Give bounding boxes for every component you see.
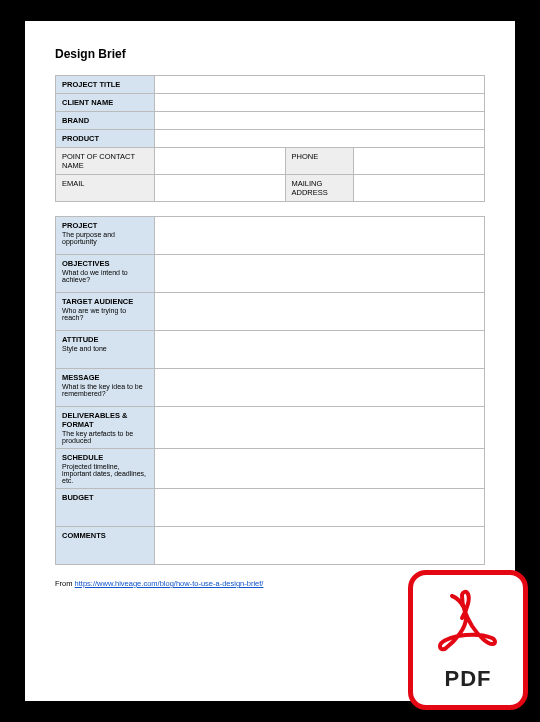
table-row: ATTITUDE Style and tone — [56, 331, 485, 369]
table-row: SCHEDULE Projected timeline, important d… — [56, 449, 485, 489]
label-project-title: PROJECT TITLE — [56, 76, 155, 94]
pdf-icon — [438, 588, 498, 660]
value-project-title — [154, 76, 484, 94]
value-comments — [154, 527, 484, 565]
pdf-label: PDF — [445, 666, 492, 692]
value-attitude — [154, 331, 484, 369]
value-message — [154, 369, 484, 407]
table-row: BUDGET — [56, 489, 485, 527]
table-row: DELIVERABLES & FORMAT The key artefacts … — [56, 407, 485, 449]
label-text: OBJECTIVES — [62, 259, 110, 268]
value-budget — [154, 489, 484, 527]
label-text: BUDGET — [62, 493, 94, 502]
label-audience: TARGET AUDIENCE Who are we trying to rea… — [56, 293, 155, 331]
label-text: PROJECT — [62, 221, 97, 230]
footer-prefix: From — [55, 579, 75, 588]
label-comments: COMMENTS — [56, 527, 155, 565]
value-phone — [354, 148, 485, 175]
label-sub: The key artefacts to be produced — [62, 430, 148, 444]
label-phone: PHONE — [285, 148, 354, 175]
table-row: PROJECT The purpose and opportunity — [56, 217, 485, 255]
table-row: COMMENTS — [56, 527, 485, 565]
table-row: TARGET AUDIENCE Who are we trying to rea… — [56, 293, 485, 331]
value-email — [154, 175, 285, 202]
pdf-badge: PDF — [408, 570, 528, 710]
value-schedule — [154, 449, 484, 489]
value-product — [154, 130, 484, 148]
label-sub: Style and tone — [62, 345, 148, 352]
label-email: EMAIL — [56, 175, 155, 202]
label-deliverables: DELIVERABLES & FORMAT The key artefacts … — [56, 407, 155, 449]
table-row: BRAND — [56, 112, 485, 130]
label-budget: BUDGET — [56, 489, 155, 527]
value-poc — [154, 148, 285, 175]
label-message: MESSAGE What is the key idea to be remem… — [56, 369, 155, 407]
label-text: MESSAGE — [62, 373, 100, 382]
label-sub: What do we intend to achieve? — [62, 269, 148, 283]
table-row: POINT OF CONTACT NAME PHONE — [56, 148, 485, 175]
label-text: DELIVERABLES & FORMAT — [62, 411, 127, 429]
value-mailing — [354, 175, 485, 202]
table-row: PRODUCT — [56, 130, 485, 148]
value-client-name — [154, 94, 484, 112]
label-objectives: OBJECTIVES What do we intend to achieve? — [56, 255, 155, 293]
label-sub: The purpose and opportunity — [62, 231, 148, 245]
header-table: PROJECT TITLE CLIENT NAME BRAND PRODUCT … — [55, 75, 485, 202]
value-objectives — [154, 255, 484, 293]
value-audience — [154, 293, 484, 331]
table-row: MESSAGE What is the key idea to be remem… — [56, 369, 485, 407]
label-text: SCHEDULE — [62, 453, 103, 462]
label-text: TARGET AUDIENCE — [62, 297, 133, 306]
page-title: Design Brief — [55, 47, 485, 61]
value-deliverables — [154, 407, 484, 449]
table-row: PROJECT TITLE — [56, 76, 485, 94]
label-sub: Who are we trying to reach? — [62, 307, 148, 321]
label-client-name: CLIENT NAME — [56, 94, 155, 112]
table-row: CLIENT NAME — [56, 94, 485, 112]
value-brand — [154, 112, 484, 130]
footer-link[interactable]: https://www.hiveage.com/blog/how-to-use-… — [75, 579, 264, 588]
label-sub: What is the key idea to be remembered? — [62, 383, 148, 397]
detail-table: PROJECT The purpose and opportunity OBJE… — [55, 216, 485, 565]
label-attitude: ATTITUDE Style and tone — [56, 331, 155, 369]
value-project — [154, 217, 484, 255]
label-schedule: SCHEDULE Projected timeline, important d… — [56, 449, 155, 489]
label-text: COMMENTS — [62, 531, 106, 540]
label-sub: Projected timeline, important dates, dea… — [62, 463, 148, 484]
label-poc: POINT OF CONTACT NAME — [56, 148, 155, 175]
label-product: PRODUCT — [56, 130, 155, 148]
label-mailing: MAILING ADDRESS — [285, 175, 354, 202]
label-project: PROJECT The purpose and opportunity — [56, 217, 155, 255]
label-text: ATTITUDE — [62, 335, 99, 344]
label-brand: BRAND — [56, 112, 155, 130]
table-row: OBJECTIVES What do we intend to achieve? — [56, 255, 485, 293]
table-row: EMAIL MAILING ADDRESS — [56, 175, 485, 202]
